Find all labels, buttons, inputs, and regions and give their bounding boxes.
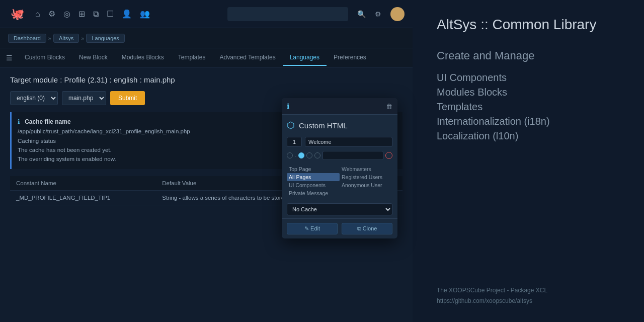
list-item-registered-users[interactable]: Registered Users [340, 173, 392, 181]
right-panel: AltSys :: Common Library Create and Mana… [413, 0, 644, 322]
radio-row: - [282, 149, 397, 162]
radio-dot-red[interactable] [385, 152, 392, 159]
search-input[interactable] [227, 7, 348, 21]
col-header-name: Constant Name [10, 176, 156, 191]
list-item-top-page[interactable]: Top Page [287, 165, 340, 173]
list-item-ui-components: UI Components [437, 70, 620, 85]
info-cache-path: /app/public/trust_path/cache/lang_xcl231… [18, 128, 190, 134]
popup-list-col1: Top Page All Pages UI Components Private… [287, 165, 340, 197]
popup-select-row: No Cache 1 minute 5 minutes 15 minutes [282, 200, 397, 218]
info-icon: ℹ [18, 119, 20, 125]
popup-cube-icon: ⬡ [287, 120, 295, 131]
list-item-ui-components[interactable]: UI Components [287, 181, 340, 189]
list-item-modules-blocks: Modules Blocks [437, 85, 620, 100]
tab-new-block[interactable]: New Block [72, 50, 115, 66]
right-subtitle: Create and Manage [437, 49, 620, 62]
right-title: AltSys :: Common Library [437, 16, 620, 33]
breadcrumb-languages[interactable]: Languages [86, 34, 124, 43]
breadcrumb: Dashboard » Altsys » Languages [0, 28, 413, 48]
popup-list-section: Top Page All Pages UI Components Private… [282, 162, 397, 200]
top-nav: 🐙 ⌂ ⚙ ◎ ⊞ ⧉ ☐ 👤 👥 🔍 ⚙ [0, 0, 413, 28]
radio-dot-active[interactable] [298, 152, 304, 158]
radio-dot-3[interactable] [314, 152, 320, 158]
popup-title-row: ⬡ Custom HTML [282, 115, 397, 135]
search-button[interactable]: 🔍 [357, 10, 366, 18]
left-panel: 🐙 ⌂ ⚙ ◎ ⊞ ⧉ ☐ 👤 👥 🔍 ⚙ Dashboard » Altsys… [0, 0, 413, 322]
popup-cache-select[interactable]: No Cache 1 minute 5 minutes 15 minutes [287, 203, 392, 215]
popup-header: ℹ 🗑 [282, 98, 397, 115]
info-override-text: The overriding system is enabled now. [18, 156, 116, 162]
popup-card: ℹ 🗑 ⬡ Custom HTML - Top Page All Pages U… [282, 98, 397, 238]
nav-logo: 🐙 [8, 5, 26, 23]
tab-custom-blocks[interactable]: Custom Blocks [18, 50, 72, 66]
list-item-l10n: Localization (l10n) [437, 129, 620, 143]
user-icon[interactable]: 👤 [122, 9, 132, 19]
popup-trash-icon[interactable]: 🗑 [386, 103, 392, 110]
list-item-webmasters[interactable]: Webmasters [340, 165, 392, 173]
radio-dot-2[interactable] [306, 152, 312, 158]
popup-edit-button[interactable]: ✎ Edit [287, 223, 338, 234]
avatar [390, 7, 405, 21]
list-item-i18n: Internationalization (i18n) [437, 114, 620, 129]
nav-icons: ⌂ ⚙ ◎ ⊞ ⧉ ☐ 👤 👥 [35, 9, 218, 19]
breadcrumb-sep-2: » [81, 35, 84, 41]
popup-field-row [282, 135, 397, 149]
breadcrumb-sep-1: » [48, 35, 51, 41]
nav-gear-button[interactable]: ⚙ [375, 10, 381, 18]
popup-number-input[interactable] [287, 137, 302, 147]
list-item-anonymous-user[interactable]: Anonymous User [340, 181, 392, 189]
list-item-private-message[interactable]: Private Message [287, 189, 340, 197]
footer-line1: The XOOPSCube Project - Package XCL [437, 285, 620, 295]
grid-icon[interactable]: ⊞ [78, 9, 85, 19]
breadcrumb-dashboard[interactable]: Dashboard [8, 34, 46, 43]
popup-list-col2: Webmasters Registered Users Anonymous Us… [340, 165, 392, 197]
users-icon[interactable]: 👥 [140, 9, 150, 19]
tab-languages[interactable]: Languages [283, 50, 327, 66]
info-cache-status: The cache has not been created yet. [18, 147, 112, 153]
cell-constant-name: _MD_PROFILE_LANG_FIELD_TIP1 [10, 190, 156, 205]
footer-line2: https://github.com/xoopscube/altsys [437, 296, 620, 306]
globe-icon[interactable]: ◎ [63, 9, 70, 19]
language-select[interactable]: english (0) [10, 91, 58, 105]
target-title: Target module : Profile (2.31) : english… [10, 75, 403, 84]
tab-advanced-templates[interactable]: Advanced Templates [212, 50, 282, 66]
popup-actions: ✎ Edit ⧉ Clone [282, 218, 397, 238]
popup-info-icon: ℹ [287, 102, 289, 110]
info-caching-label: Caching status [18, 138, 56, 144]
tab-modules-blocks[interactable]: Modules Blocks [115, 50, 171, 66]
info-cache-label: Cache file name [25, 118, 70, 125]
home-icon[interactable]: ⌂ [35, 10, 40, 19]
popup-title: Custom HTML [299, 121, 348, 130]
radio-dash: - [295, 153, 296, 158]
tab-templates[interactable]: Templates [171, 50, 213, 66]
hamburger-icon[interactable]: ☰ [6, 54, 13, 62]
file-select[interactable]: main.php [62, 91, 106, 105]
radio-dot-1[interactable] [287, 152, 293, 158]
list-item-all-pages[interactable]: All Pages [287, 173, 340, 181]
tabs-bar: ☰ Custom Blocks New Block Modules Blocks… [0, 48, 413, 67]
window-icon[interactable]: ☐ [107, 9, 114, 19]
list-item-templates: Templates [437, 100, 620, 114]
popup-clone-button[interactable]: ⧉ Clone [342, 223, 392, 234]
breadcrumb-altsys[interactable]: Altsys [53, 34, 79, 43]
submit-button[interactable]: Submit [110, 91, 145, 105]
right-footer: The XOOPSCube Project - Package XCL http… [437, 285, 620, 306]
radio-input-box [323, 151, 383, 160]
tab-preferences[interactable]: Preferences [327, 50, 373, 66]
settings-icon[interactable]: ⚙ [48, 9, 55, 19]
popup-text-input[interactable] [305, 137, 392, 147]
right-list: UI Components Modules Blocks Templates I… [437, 70, 620, 143]
blocks-icon[interactable]: ⧉ [93, 10, 99, 19]
